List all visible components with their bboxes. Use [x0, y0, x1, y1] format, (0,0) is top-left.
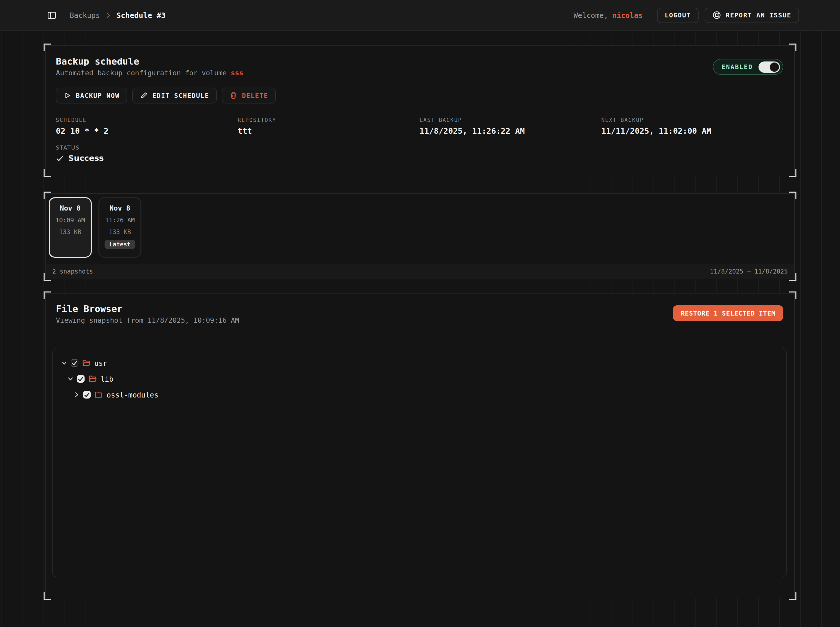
- schedule-card-subtitle: Automated backup configuration for volum…: [56, 69, 243, 77]
- corner-bracket: [789, 592, 796, 600]
- breadcrumb: Backups Schedule #3: [70, 11, 166, 19]
- edit-schedule-button[interactable]: EDIT SCHEDULE: [133, 88, 217, 104]
- schedule-card-title: Backup schedule: [56, 56, 243, 66]
- corner-bracket: [789, 291, 796, 299]
- corner-bracket: [44, 291, 51, 299]
- checkbox-lib[interactable]: [77, 375, 85, 383]
- trash-icon: [230, 92, 237, 99]
- tree-row-usr[interactable]: usr: [60, 355, 786, 371]
- checkbox-ossl-modules[interactable]: [83, 391, 91, 399]
- corner-bracket: [789, 273, 796, 281]
- toggle-knob: [770, 62, 779, 71]
- field-next-backup: NEXT BACKUP 11/11/2025, 11:02:00 AM: [602, 117, 783, 136]
- top-bar: Backups Schedule #3 Welcome, nicolas LOG…: [0, 0, 840, 31]
- field-repository: REPOSITORY ttt: [238, 117, 420, 136]
- backup-now-button[interactable]: BACKUP NOW: [56, 88, 127, 104]
- corner-bracket: [44, 169, 51, 177]
- status-field: STATUS Success: [56, 145, 783, 163]
- tree-label-usr[interactable]: usr: [94, 359, 107, 367]
- breadcrumb-current: Schedule #3: [116, 11, 166, 19]
- backup-schedule-card: Backup schedule Automated backup configu…: [45, 45, 795, 175]
- report-issue-button[interactable]: REPORT AN ISSUE: [705, 8, 799, 23]
- chevron-right-icon[interactable]: [73, 391, 80, 398]
- corner-bracket: [789, 44, 796, 51]
- schedule-card-titles: Backup schedule Automated backup configu…: [56, 56, 243, 77]
- page: Backups Schedule #3 Welcome, nicolas LOG…: [0, 0, 840, 627]
- breadcrumb-backups[interactable]: Backups: [70, 11, 100, 19]
- check-icon: [56, 154, 63, 162]
- corner-bracket: [44, 44, 51, 51]
- file-browser-titles: File Browser Viewing snapshot from 11/8/…: [56, 303, 239, 324]
- panel-left-icon: [47, 11, 56, 20]
- top-bar-right: Welcome, nicolas LOGOUT REPORT AN ISSUE: [573, 8, 799, 23]
- delete-button[interactable]: DELETE: [222, 88, 276, 104]
- tree-row-ossl-modules[interactable]: ossl-modules: [60, 387, 786, 403]
- file-browser-title: File Browser: [56, 303, 239, 314]
- chevron-down-icon[interactable]: [66, 375, 74, 382]
- corner-bracket: [789, 169, 796, 177]
- snapshot-date-range: 11/8/2025 – 11/8/2025: [710, 268, 788, 275]
- file-browser-card: File Browser Viewing snapshot from 11/8/…: [45, 293, 795, 598]
- corner-bracket: [44, 273, 51, 281]
- folder-open-icon: [88, 375, 97, 383]
- snapshots-footer: 2 snapshots 11/8/2025 – 11/8/2025: [46, 264, 794, 279]
- status-label: STATUS: [56, 145, 783, 151]
- corner-bracket: [44, 192, 51, 199]
- restore-selected-button[interactable]: RESTORE 1 SELECTED ITEM: [673, 305, 783, 321]
- corner-bracket: [44, 592, 51, 600]
- username: nicolas: [613, 11, 643, 19]
- welcome-text: Welcome, nicolas: [573, 11, 643, 19]
- content: Backup schedule Automated backup configu…: [0, 45, 840, 598]
- chevron-right-icon: [105, 12, 111, 18]
- schedule-info-grid: SCHEDULE 02 10 * * 2 REPOSITORY ttt LAST…: [56, 117, 783, 136]
- sidebar-toggle-button[interactable]: [47, 11, 56, 20]
- corner-bracket: [789, 192, 796, 199]
- snapshot-count: 2 snapshots: [52, 268, 93, 275]
- lifebuoy-icon: [712, 11, 721, 19]
- enabled-label: ENABLED: [722, 63, 753, 71]
- latest-badge: Latest: [104, 240, 135, 249]
- enabled-toggle[interactable]: ENABLED: [713, 59, 783, 75]
- tree-label-ossl-modules[interactable]: ossl-modules: [107, 391, 158, 399]
- folder-open-icon: [82, 359, 91, 367]
- play-icon: [63, 92, 71, 99]
- toggle-switch[interactable]: [758, 61, 780, 72]
- checkbox-usr[interactable]: [71, 359, 78, 367]
- file-browser-subtitle: Viewing snapshot from 11/8/2025, 10:09:1…: [56, 316, 239, 324]
- top-bar-left: Backups Schedule #3: [47, 11, 166, 20]
- field-last-backup: LAST BACKUP 11/8/2025, 11:26:22 AM: [420, 117, 602, 136]
- volume-name: sss: [231, 69, 243, 77]
- pencil-icon: [140, 92, 148, 99]
- tree-label-lib[interactable]: lib: [101, 375, 114, 383]
- schedule-actions: BACKUP NOW EDIT SCHEDULE: [56, 88, 783, 104]
- chevron-down-icon[interactable]: [60, 359, 68, 366]
- logout-button[interactable]: LOGOUT: [657, 8, 699, 23]
- snapshot-list: Nov 8 10:09 AM 133 KB Nov 8 11:26 AM 133…: [46, 194, 794, 264]
- snapshot-card-latest[interactable]: Nov 8 11:26 AM 133 KB Latest: [98, 197, 141, 258]
- folder-icon: [94, 390, 103, 399]
- snapshot-card-selected[interactable]: Nov 8 10:09 AM 133 KB: [49, 197, 92, 258]
- file-tree: usr: [52, 348, 787, 577]
- tree-row-lib[interactable]: lib: [60, 371, 786, 387]
- status-value: Success: [56, 154, 783, 163]
- snapshots-timeline-card: Nov 8 10:09 AM 133 KB Nov 8 11:26 AM 133…: [45, 193, 795, 279]
- field-schedule: SCHEDULE 02 10 * * 2: [56, 117, 238, 136]
